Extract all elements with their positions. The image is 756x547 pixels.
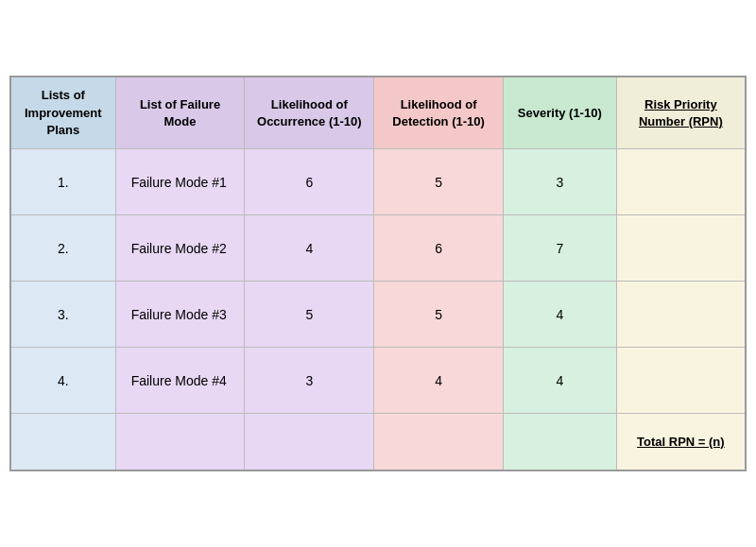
cell-severity: 7 bbox=[503, 215, 616, 282]
cell-plan-number: 1. bbox=[10, 149, 115, 215]
cell-failure-mode: Failure Mode #3 bbox=[115, 282, 245, 348]
fmea-table: Lists of Improvement Plans List of Failu… bbox=[9, 76, 747, 470]
cell-failure-mode: Failure Mode #4 bbox=[115, 348, 245, 414]
cell-severity: 4 bbox=[503, 282, 616, 348]
cell-rpn-value bbox=[616, 282, 746, 348]
cell-rpn-value bbox=[616, 348, 746, 414]
cell-detection: 6 bbox=[374, 215, 504, 282]
table-row: 2. Failure Mode #2 4 6 7 bbox=[10, 215, 746, 282]
cell-occurrence: 6 bbox=[245, 149, 374, 215]
header-occurrence: Likelihood of Occurrence (1-10) bbox=[245, 77, 374, 148]
total-detection-cell bbox=[374, 414, 504, 470]
cell-detection: 5 bbox=[374, 282, 504, 348]
cell-failure-mode: Failure Mode #2 bbox=[115, 215, 245, 282]
table-row: 1. Failure Mode #1 6 5 3 bbox=[10, 149, 746, 215]
cell-plan-number: 3. bbox=[10, 282, 115, 348]
total-failure-cell bbox=[115, 414, 245, 470]
total-plans-cell bbox=[10, 414, 115, 470]
header-severity: Severity (1-10) bbox=[503, 77, 616, 148]
header-plans: Lists of Improvement Plans bbox=[10, 77, 115, 148]
cell-severity: 4 bbox=[503, 348, 616, 414]
total-occurrence-cell bbox=[245, 414, 374, 470]
cell-detection: 4 bbox=[374, 348, 504, 414]
header-detection: Likelihood of Detection (1-10) bbox=[374, 77, 504, 148]
total-row: Total RPN = (n) bbox=[10, 414, 746, 470]
total-rpn-label: Total RPN = (n) bbox=[616, 414, 746, 470]
cell-detection: 5 bbox=[374, 149, 504, 215]
cell-failure-mode: Failure Mode #1 bbox=[115, 149, 245, 215]
cell-plan-number: 4. bbox=[10, 348, 115, 414]
cell-severity: 3 bbox=[503, 149, 616, 215]
cell-occurrence: 4 bbox=[245, 215, 374, 282]
header-failure-mode: List of Failure Mode bbox=[115, 77, 245, 148]
cell-rpn-value bbox=[616, 215, 746, 282]
fmea-table-wrapper: Lists of Improvement Plans List of Failu… bbox=[9, 76, 747, 470]
table-row: 4. Failure Mode #4 3 4 4 bbox=[10, 348, 746, 414]
cell-plan-number: 2. bbox=[10, 215, 115, 282]
header-rpn: Risk Priority Number (RPN) bbox=[616, 77, 746, 148]
total-severity-cell bbox=[503, 414, 616, 470]
table-row: 3. Failure Mode #3 5 5 4 bbox=[10, 282, 746, 348]
cell-occurrence: 5 bbox=[245, 282, 374, 348]
cell-rpn-value bbox=[616, 149, 746, 215]
cell-occurrence: 3 bbox=[245, 348, 374, 414]
